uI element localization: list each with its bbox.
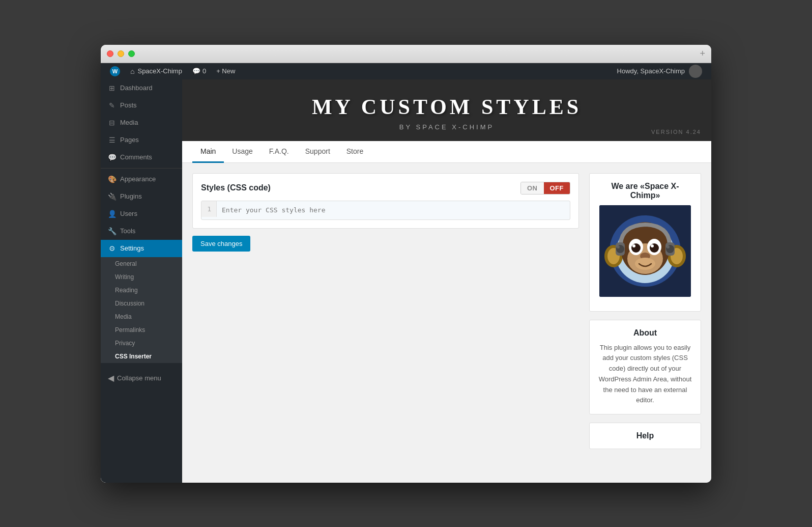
wp-logo: W: [110, 66, 120, 76]
plugin-main-area: Styles (CSS code) ON OFF 1: [192, 173, 579, 450]
sidebar-item-appearance[interactable]: 🎨 Appearance: [101, 171, 182, 188]
submenu-discussion[interactable]: Discussion: [101, 297, 182, 310]
sidebar-item-label: Comments: [120, 153, 152, 161]
toggle-on-button[interactable]: ON: [521, 182, 544, 194]
submenu-reading[interactable]: Reading: [101, 284, 182, 297]
collapse-menu-label: Collapse menu: [117, 374, 161, 382]
pages-icon: ☰: [108, 136, 116, 144]
sidebar-item-label: Pages: [120, 136, 139, 144]
submenu-media[interactable]: Media: [101, 310, 182, 323]
settings-submenu: General Writing Reading Discussion Media: [101, 257, 182, 363]
users-icon: 👤: [108, 210, 116, 218]
plugin-subtitle: BY SPACE X-CHIMP: [192, 123, 701, 131]
tab-store[interactable]: Store: [338, 141, 371, 163]
svg-point-12: [650, 243, 659, 253]
tab-usage[interactable]: Usage: [224, 141, 260, 163]
howdy-item[interactable]: Howdy, SpaceX-Chimp: [612, 63, 707, 79]
svg-point-13: [632, 244, 635, 247]
wp-admin-bar: W ⌂ SpaceX-Chimp 💬 0 + New Howdy, SpaceX…: [101, 63, 711, 79]
site-name-item[interactable]: ⌂ SpaceX-Chimp: [125, 63, 187, 79]
comments-icon: 💬: [108, 153, 116, 161]
collapse-menu-item[interactable]: ◀ Collapse menu: [101, 368, 182, 388]
sidebar-item-label: Posts: [120, 101, 137, 109]
branding-card: We are «Space X-Chimp»: [589, 173, 701, 312]
mac-window: + W ⌂ SpaceX-Chimp 💬 0 + New Howdy, Spac…: [101, 45, 711, 483]
sidebar-item-label: Settings: [120, 244, 144, 252]
svg-point-21: [617, 245, 620, 248]
mac-titlebar: +: [101, 45, 711, 63]
dashboard-icon: ⊞: [108, 84, 116, 92]
svg-point-11: [631, 243, 641, 253]
submenu-permalinks[interactable]: Permalinks: [101, 323, 182, 337]
sidebar-item-settings[interactable]: ⚙ Settings: [101, 240, 182, 257]
sidebar-item-label: Users: [120, 210, 137, 217]
tab-faq[interactable]: F.A.Q.: [261, 141, 297, 163]
css-editor-line-1: 1: [201, 201, 570, 219]
settings-icon: ⚙: [108, 244, 116, 253]
svg-point-16: [635, 258, 655, 270]
sidebar-item-media[interactable]: ⊟ Media: [101, 114, 182, 131]
sidebar-item-pages[interactable]: ☰ Pages: [101, 131, 182, 149]
posts-icon: ✎: [108, 101, 116, 109]
close-button[interactable]: [107, 50, 113, 57]
plugins-icon: 🔌: [108, 192, 116, 201]
minimize-button[interactable]: [118, 50, 124, 57]
sidebar-item-posts[interactable]: ✎ Posts: [101, 97, 182, 114]
sidebar-item-label: Dashboard: [120, 84, 153, 92]
sidebar-item-dashboard[interactable]: ⊞ Dashboard: [101, 79, 182, 97]
new-item[interactable]: + New: [211, 63, 240, 79]
help-card: Help: [589, 423, 701, 449]
submenu-css-inserter[interactable]: CSS Inserter: [101, 350, 182, 363]
new-tab-icon[interactable]: +: [700, 48, 705, 59]
admin-avatar: [689, 65, 702, 78]
plugin-header: MY CUSTOM STYLES BY SPACE X-CHIMP VERSIO…: [182, 79, 711, 141]
styles-box-title: Styles (CSS code): [201, 183, 271, 192]
save-changes-button[interactable]: Save changes: [192, 236, 250, 252]
toggle-off-button[interactable]: OFF: [544, 182, 570, 194]
plugin-version: VERSION 4.24: [651, 129, 701, 135]
plugin-content: Styles (CSS code) ON OFF 1: [182, 163, 711, 460]
svg-point-22: [666, 245, 670, 248]
sidebar-item-plugins[interactable]: 🔌 Plugins: [101, 188, 182, 205]
submenu-writing[interactable]: Writing: [101, 270, 182, 284]
styles-box-header: Styles (CSS code) ON OFF: [201, 182, 570, 195]
wordpress-window: W ⌂ SpaceX-Chimp 💬 0 + New Howdy, SpaceX…: [101, 63, 711, 483]
sidebar-item-tools[interactable]: 🔧 Tools: [101, 223, 182, 240]
comments-item[interactable]: 💬 0: [187, 63, 211, 79]
tab-main[interactable]: Main: [192, 141, 224, 163]
toggle-group: ON OFF: [520, 182, 570, 195]
styles-box: Styles (CSS code) ON OFF 1: [192, 173, 579, 229]
comments-count: 0: [202, 67, 206, 75]
sidebar-item-label: Media: [120, 119, 138, 126]
tools-icon: 🔧: [108, 227, 116, 235]
about-card: About This plugin allows you to easily a…: [589, 320, 701, 415]
sidebar-item-comments[interactable]: 💬 Comments: [101, 149, 182, 166]
about-text: This plugin allows you to easily add you…: [598, 343, 692, 406]
mac-window-buttons: [107, 50, 135, 57]
plugin-tabs: Main Usage F.A.Q. Support Store: [182, 141, 711, 163]
media-icon: ⊟: [108, 119, 116, 127]
chimp-image: [599, 205, 691, 297]
sidebar-item-users[interactable]: 👤 Users: [101, 205, 182, 223]
submenu-privacy[interactable]: Privacy: [101, 337, 182, 350]
plugin-title: MY CUSTOM STYLES: [192, 95, 701, 119]
plugin-sidebar-panel: We are «Space X-Chimp»: [589, 173, 701, 450]
wp-main-content: MY CUSTOM STYLES BY SPACE X-CHIMP VERSIO…: [182, 79, 711, 483]
sidebar-item-label: Plugins: [120, 192, 142, 200]
line-number-1: 1: [201, 201, 217, 217]
css-input-field[interactable]: [217, 201, 570, 219]
maximize-button[interactable]: [128, 50, 135, 57]
tab-support[interactable]: Support: [297, 141, 338, 163]
branding-title: We are «Space X-Chimp»: [598, 182, 692, 200]
css-editor: 1: [201, 201, 570, 220]
wp-body: ⊞ Dashboard ✎ Posts ⊟ Media ☰ Pages 💬: [101, 79, 711, 483]
appearance-icon: 🎨: [108, 175, 116, 183]
site-name-label: SpaceX-Chimp: [137, 67, 182, 75]
wp-logo-item[interactable]: W: [105, 63, 125, 79]
submenu-general[interactable]: General: [101, 257, 182, 270]
svg-point-14: [651, 244, 654, 247]
help-title: Help: [598, 431, 692, 440]
sidebar-divider: [101, 168, 182, 169]
sidebar-item-label: Appearance: [120, 175, 156, 183]
sidebar-item-label: Tools: [120, 227, 135, 235]
